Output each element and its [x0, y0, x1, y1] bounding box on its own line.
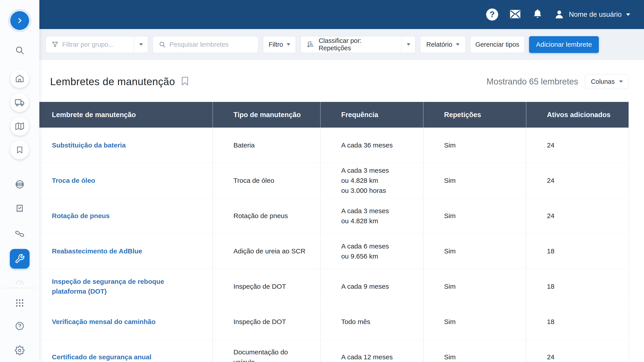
sort-control: Classificar por: Repetições	[300, 36, 416, 53]
assets-cell: 24	[547, 141, 554, 149]
frequency-cell: A cada 6 meses ou 9.656 km	[341, 241, 389, 261]
sidebar-item-vehicles[interactable]	[10, 93, 29, 112]
sort-button-label: Classificar por: Repetições	[319, 37, 396, 52]
table-row[interactable]: Troca de óleo Troca de óleo A cada 3 mes…	[39, 163, 628, 198]
username-label: Nome de usuário	[569, 10, 622, 18]
repeats-cell: Sim	[444, 141, 456, 149]
filter-button[interactable]: Filtro	[263, 36, 296, 53]
table-row[interactable]: Substituição da bateria Bateria A cada 3…	[39, 128, 628, 163]
caret-down-icon	[626, 13, 630, 16]
bookmark-icon	[15, 145, 24, 154]
sidebar-item-inspections[interactable]	[15, 204, 24, 213]
assets-cell: 18	[547, 318, 554, 326]
table-row[interactable]: Certificado de segurança anual Documenta…	[39, 340, 628, 362]
sidebar-apps-button[interactable]	[15, 298, 24, 308]
frequency-cell: A cada 9 meses	[341, 281, 389, 291]
repeats-cell: Sim	[444, 318, 456, 326]
search-icon	[159, 40, 166, 48]
caret-down-icon	[407, 43, 410, 45]
mail-icon	[510, 9, 521, 19]
manage-types-label: Gerenciar tipos	[476, 41, 520, 48]
columns-button[interactable]: Colunas	[585, 74, 629, 89]
settings-icon	[15, 345, 24, 356]
repeats-cell: Sim	[444, 283, 456, 290]
filter-button-label: Filtro	[268, 41, 283, 48]
sidebar-settings-button[interactable]	[15, 346, 24, 355]
reminder-link[interactable]: Certificado de segurança anual	[52, 352, 152, 362]
report-button-label: Relatório	[426, 41, 452, 48]
column-header-reminder[interactable]: Lembrete de manutenção	[39, 102, 212, 128]
table-row[interactable]: Inspeção de segurança de reboque platafo…	[39, 269, 628, 304]
column-header-repeats[interactable]: Repetições	[423, 102, 526, 128]
type-cell: Troca de óleo	[234, 175, 274, 185]
notifications-button[interactable]	[532, 9, 543, 20]
sidebar-item-map[interactable]	[10, 117, 29, 136]
showing-count-label: Mostrando 65 lembretes	[486, 77, 578, 86]
reminder-link[interactable]: Inspeção de segurança de reboque platafo…	[52, 277, 164, 296]
truck-icon	[15, 98, 24, 107]
messages-button[interactable]	[510, 9, 521, 20]
reminder-link[interactable]: Rotação de pneus	[52, 211, 110, 221]
table-row[interactable]: Reabastecimento de AdBlue Adição de urei…	[39, 234, 628, 269]
apps-grid-icon	[15, 298, 24, 308]
type-cell: Bateria	[234, 140, 255, 150]
add-reminder-label: Adicionar lembrete	[536, 41, 592, 48]
repeats-cell: Sim	[444, 177, 456, 184]
group-filter	[46, 36, 148, 53]
manage-types-button[interactable]: Gerenciar tipos	[470, 36, 524, 53]
column-header-frequency[interactable]: Frequência	[320, 102, 423, 128]
frequency-cell: A cada 3 meses ou 4.828 km ou 3.000 hora…	[341, 165, 389, 196]
column-header-type[interactable]: Tipo de manutenção	[212, 102, 320, 128]
assets-cell: 24	[547, 353, 554, 361]
globe-icon	[15, 179, 24, 189]
reminder-link[interactable]: Reabastecimento de AdBlue	[52, 246, 142, 256]
type-cell: Inspeção de DOT	[234, 281, 286, 291]
column-header-assets[interactable]: Ativos adicionados	[526, 102, 629, 128]
assets-cell: 24	[547, 212, 554, 220]
report-button[interactable]: Relatório	[420, 36, 466, 53]
sort-caret-button[interactable]	[402, 36, 415, 53]
add-reminder-button[interactable]: Adicionar lembrete	[529, 36, 599, 53]
sidebar	[0, 0, 39, 362]
frequency-cell: A cada 12 meses	[341, 352, 393, 362]
help-button[interactable]: ?	[486, 8, 498, 20]
user-menu[interactable]: Nome de usuário	[554, 9, 630, 20]
repeats-cell: Sim	[444, 353, 456, 361]
sidebar-help-button[interactable]	[15, 321, 24, 331]
help-icon	[15, 321, 24, 331]
sidebar-expand-button[interactable]	[10, 11, 29, 30]
frequency-cell: A cada 3 meses ou 4.828 km	[341, 206, 389, 226]
reminder-link[interactable]: Verificação mensal do caminhão	[52, 317, 156, 327]
inspection-icon	[15, 204, 24, 213]
table-row[interactable]: Verificação mensal do caminhão Inspeção …	[39, 304, 628, 340]
search-icon	[15, 45, 24, 55]
sidebar-search-button[interactable]	[15, 45, 24, 55]
expand-chevron-icon	[15, 16, 24, 25]
gauge-icon	[14, 277, 25, 288]
reminder-link[interactable]: Substituição da bateria	[52, 140, 126, 150]
sidebar-item-parts[interactable]	[15, 229, 24, 239]
reminder-link[interactable]: Troca de óleo	[52, 176, 95, 185]
bookmark-icon	[181, 76, 189, 86]
sidebar-item-saved[interactable]	[10, 141, 29, 159]
search-input[interactable]	[170, 41, 252, 48]
group-filter-caret-button[interactable]	[134, 36, 148, 53]
sidebar-item-maintenance-reminders[interactable]	[10, 249, 30, 269]
bookmark-page-button[interactable]	[181, 76, 189, 87]
sort-amount-icon	[306, 40, 315, 49]
type-cell: Rotação de pneus	[234, 211, 288, 221]
top-navbar: ? Nome de usuário	[39, 0, 644, 29]
assets-cell: 18	[547, 283, 554, 290]
table-row[interactable]: Rotação de pneus Rotação de pneus A cada…	[39, 198, 628, 234]
help-icon: ?	[490, 10, 495, 19]
sidebar-item-dashboard[interactable]	[14, 277, 25, 288]
wrench-icon	[14, 254, 25, 264]
user-icon	[554, 9, 564, 20]
sidebar-item-home[interactable]	[10, 69, 29, 88]
home-icon	[15, 74, 24, 83]
type-cell: Documentação do veículo	[234, 347, 288, 362]
sidebar-item-places[interactable]	[15, 179, 24, 189]
bell-icon	[532, 9, 543, 19]
type-cell: Adição de ureia ao SCR	[234, 246, 306, 256]
group-filter-input[interactable]	[62, 41, 128, 48]
